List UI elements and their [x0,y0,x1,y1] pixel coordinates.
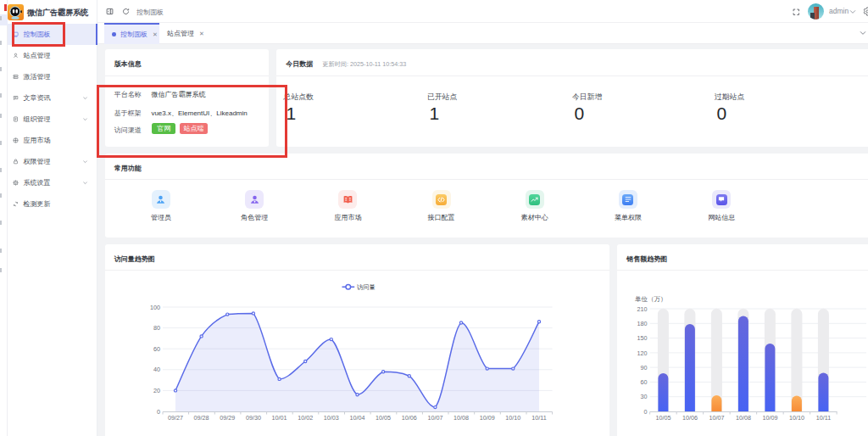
svg-text:10/01: 10/01 [272,414,287,422]
svg-text:0: 0 [157,408,160,416]
svg-text:10/10: 10/10 [789,414,804,422]
svg-text:90: 90 [641,364,648,372]
svg-text:150: 150 [637,334,648,342]
svg-text:30: 30 [641,393,648,400]
svg-text:10/10: 10/10 [505,414,520,422]
svg-text:09/29: 09/29 [220,414,235,422]
svg-text:10/06: 10/06 [402,414,417,422]
svg-text:120: 120 [637,349,648,357]
svg-text:09/30: 09/30 [246,414,261,422]
svg-text:80: 80 [153,324,160,332]
svg-text:180: 180 [637,320,648,327]
svg-text:单位（万）: 单位（万） [635,295,667,303]
svg-text:100: 100 [150,304,160,311]
svg-text:10/02: 10/02 [298,414,313,422]
svg-text:访问量: 访问量 [357,283,376,291]
svg-text:60: 60 [641,378,648,386]
svg-text:09/27: 09/27 [168,414,183,422]
svg-text:10/06: 10/06 [682,414,698,422]
svg-text:20: 20 [153,387,160,394]
svg-text:210: 210 [637,305,648,313]
svg-text:10/03: 10/03 [324,414,339,422]
svg-text:10/11: 10/11 [816,414,831,422]
svg-text:10/07: 10/07 [709,414,724,422]
svg-text:0: 0 [644,408,648,416]
svg-text:10/08: 10/08 [453,414,469,422]
svg-text:10/05: 10/05 [376,414,391,422]
svg-text:40: 40 [153,366,160,373]
svg-text:10/04: 10/04 [350,414,365,422]
svg-text:10/11: 10/11 [531,414,546,422]
svg-text:60: 60 [153,345,160,353]
svg-text:09/28: 09/28 [194,414,209,422]
svg-text:10/09: 10/09 [480,414,495,422]
svg-text:10/08: 10/08 [736,414,751,422]
svg-text:10/07: 10/07 [427,414,442,422]
svg-text:10/09: 10/09 [762,414,777,422]
svg-text:10/05: 10/05 [655,414,670,422]
